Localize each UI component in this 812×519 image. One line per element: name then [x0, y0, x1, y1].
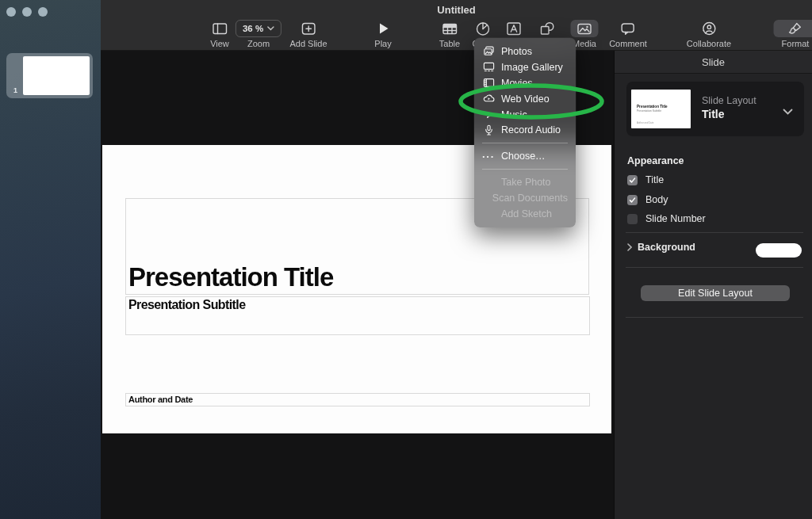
author-text-box[interactable]: Author and Date	[125, 393, 590, 406]
microphone-icon	[482, 124, 495, 136]
format-button[interactable]: Format	[774, 20, 812, 48]
collaborate-icon	[695, 20, 722, 37]
slide-layout-value: Title	[702, 108, 725, 120]
menu-item-choose[interactable]: ··· Choose…	[474, 148, 576, 164]
slide-layout-thumbnail: Presentation Title Presentation Subtitle…	[631, 90, 691, 128]
slide-title-text: Presentation Title	[128, 262, 333, 292]
comment-button[interactable]: Comment	[609, 20, 647, 48]
menu-item-web-video[interactable]: Web Video	[474, 91, 576, 107]
appearance-heading: Appearance	[627, 155, 684, 166]
menu-separator	[482, 169, 568, 170]
slide-layout-label: Slide Layout	[702, 95, 756, 106]
format-icon	[774, 20, 812, 37]
web-video-icon	[482, 93, 495, 105]
ellipsis-icon: ···	[482, 151, 495, 162]
media-dropdown-menu: Photos Image Gallery Movies Web Video ♪ …	[474, 38, 576, 227]
edit-slide-layout-button[interactable]: Edit Slide Layout	[641, 285, 790, 301]
background-label: Background	[638, 242, 695, 253]
menu-item-image-gallery[interactable]: Image Gallery	[474, 59, 576, 75]
separator	[626, 232, 803, 233]
menu-item-music[interactable]: ♪ Music	[474, 107, 576, 123]
checkbox-row-body[interactable]: Body	[627, 194, 668, 205]
slide-subtitle-text: Presentation Subtitle	[128, 298, 245, 312]
slide-number-checkbox[interactable]	[627, 214, 638, 224]
table-button[interactable]: Table	[436, 20, 464, 48]
minimize-window-button[interactable]	[22, 7, 32, 17]
chart-icon	[469, 20, 497, 37]
menu-item-photos[interactable]: Photos	[474, 44, 576, 59]
photos-icon	[482, 45, 495, 57]
body-checkbox[interactable]	[627, 195, 638, 205]
chevron-right-icon	[627, 243, 632, 251]
window-title: Untitled	[101, 4, 812, 16]
view-icon	[206, 20, 234, 37]
separator	[626, 317, 803, 318]
view-button[interactable]: View	[206, 20, 234, 48]
thumb-title-text: Presentation Title	[637, 105, 668, 109]
collaborate-button[interactable]: Collaborate	[687, 20, 731, 48]
media-icon	[571, 20, 599, 37]
toolbar: Untitled View 36 % Zoom Add Slide Pla	[101, 0, 812, 51]
slide-layout-selector[interactable]: Presentation Title Presentation Subtitle…	[626, 82, 804, 136]
zoom-window-button[interactable]	[38, 7, 48, 17]
menu-item-record-audio[interactable]: Record Audio	[474, 123, 576, 139]
play-icon	[370, 20, 396, 37]
checkbox-row-slide-number[interactable]: Slide Number	[627, 213, 706, 224]
checkbox-row-title[interactable]: Title	[627, 174, 664, 185]
text-icon	[500, 20, 528, 37]
subtitle-text-box[interactable]: Presentation Subtitle	[125, 296, 590, 335]
background-disclosure[interactable]: Background	[627, 242, 695, 253]
chevron-down-icon	[783, 104, 793, 118]
play-button[interactable]: Play	[370, 20, 396, 48]
thumb-subtitle-text: Presentation Subtitle	[637, 109, 661, 113]
keynote-window: 1 Untitled View 36 % Zoom Add Slide	[0, 0, 812, 519]
slide-number-label: 1	[13, 86, 17, 94]
image-gallery-icon	[482, 61, 495, 73]
zoom-value[interactable]: 36 %	[236, 20, 282, 37]
slide-navigator: 1	[0, 0, 101, 519]
menu-item-take-photo: Take Photo	[474, 174, 576, 190]
zoom-control[interactable]: 36 % Zoom	[236, 20, 282, 48]
shape-icon	[534, 20, 561, 37]
format-panel: Slide Presentation Title Presentation Su…	[614, 51, 812, 519]
add-slide-button[interactable]: Add Slide	[289, 20, 327, 48]
tab-slide[interactable]: Slide	[615, 51, 812, 74]
comment-icon	[615, 20, 642, 37]
add-slide-icon	[295, 20, 323, 37]
music-icon: ♪	[482, 109, 495, 120]
movies-icon	[482, 77, 495, 89]
menu-item-add-sketch: Add Sketch	[474, 206, 576, 222]
close-window-button[interactable]	[6, 7, 16, 17]
slide-thumbnail-selected[interactable]: 1	[6, 53, 93, 98]
background-color-swatch[interactable]	[756, 243, 802, 258]
thumb-author-text: Author and Date	[637, 121, 653, 124]
slide-thumbnail-preview	[23, 56, 90, 95]
title-checkbox[interactable]	[627, 175, 638, 185]
menu-separator	[482, 143, 568, 143]
menu-item-scan-documents: Scan Documents	[474, 190, 576, 206]
separator	[626, 267, 803, 268]
slide-author-text: Author and Date	[128, 395, 193, 404]
menu-item-movies[interactable]: Movies	[474, 75, 576, 91]
table-icon	[436, 20, 464, 37]
